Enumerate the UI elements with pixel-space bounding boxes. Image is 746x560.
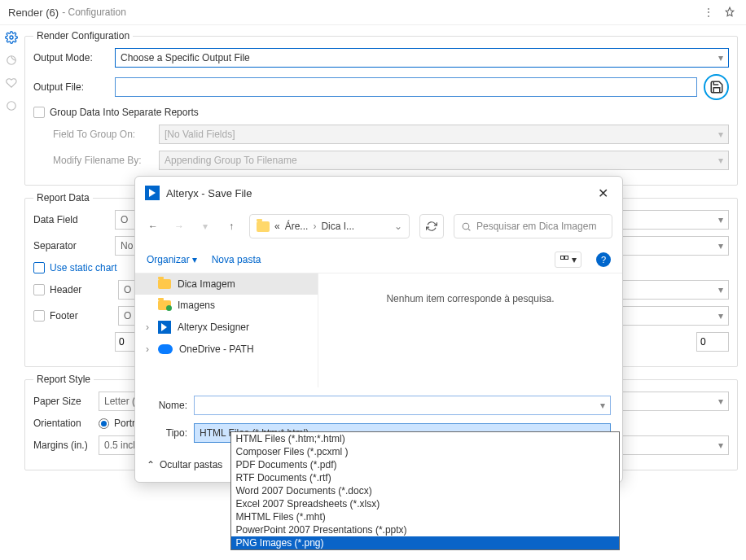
alteryx-icon [158,321,171,334]
output-file-input[interactable] [115,77,697,97]
tree-item-label: Dica Imagem [178,278,235,290]
cloud-icon [158,344,173,354]
filetype-label: Tipo: [147,427,187,439]
filetype-option[interactable]: MHTML Files (*.mht) [231,510,620,523]
report-data-legend: Report Data [33,192,93,203]
folder-icon [257,221,270,232]
close-icon[interactable]: ✕ [593,183,612,203]
footer-label: Footer [50,310,118,322]
header-checkbox[interactable] [33,284,45,295]
chevron-right-icon: › [143,322,151,333]
static-chart-checkbox[interactable] [33,262,45,273]
filetype-option[interactable]: PowerPoint 2007 Presentations (*.pptx) [231,523,620,536]
dialog-nav: ← → ▾ ↑ « Áre... › Dica I... ⌄ Pesquisar… [135,209,622,247]
alteryx-icon [145,186,160,200]
empty-message: Nenhum item corresponde à pesquisa. [386,293,554,304]
rail-icon-2[interactable] [4,53,19,68]
output-mode-select[interactable]: Choose a Specific Output File ▾ [115,48,729,68]
breadcrumb[interactable]: « Áre... › Dica I... ⌄ [249,214,410,238]
tool-subtitle: - Configuration [62,7,126,18]
pin-icon[interactable] [722,4,738,20]
organize-button[interactable]: Organizar ▾ [147,254,197,265]
filetype-option[interactable]: PDF Documents (*.pdf) [231,458,620,471]
dialog-toolbar: Organizar ▾ Nova pasta ▾ ? [135,247,622,273]
dialog-titlebar: Alteryx - Save File ✕ [135,177,622,209]
config-tab-icon[interactable] [4,30,19,45]
static-chart-label: Use static chart [50,262,117,273]
filetype-option[interactable]: Word 2007 Documents (*.docx) [231,484,620,497]
search-input[interactable]: Pesquisar em Dica Imagem [454,214,612,238]
svg-point-3 [463,223,469,230]
left-rail [0,25,23,559]
svg-rect-6 [565,256,568,260]
new-folder-button[interactable]: Nova pasta [212,254,261,265]
dialog-title: Alteryx - Save File [166,187,252,199]
folder-icon [158,279,171,289]
filetype-dropdown[interactable]: HTML Files (*.htm;*.html)Composer Files … [230,431,621,550]
tree-item-label: OneDrive - PATH [179,343,254,355]
help-icon[interactable]: ? [596,252,611,267]
orientation-label: Orientation [33,418,99,429]
chevron-down-icon[interactable]: ⌄ [394,221,402,232]
small-num-2[interactable] [696,332,729,352]
group-data-checkbox[interactable] [33,107,45,118]
filetype-option[interactable]: HTML Files (*.htm;*.html) [231,432,620,445]
folder-tree: Dica ImagemImagens›Alteryx Designer›OneD… [135,273,318,387]
orientation-portrait-radio[interactable] [99,418,109,429]
save-file-button[interactable] [704,74,729,100]
tree-item[interactable]: Imagens [135,295,318,316]
tree-item[interactable]: Dica Imagem [135,273,318,295]
nav-forward-icon: → [171,218,187,234]
margins-label: Margins (in.) [33,440,99,451]
tool-title: Render (6) [8,7,59,19]
file-list-pane: Nenhum item corresponde à pesquisa. [318,273,622,387]
modify-filename-label: Modify Filename By: [53,155,159,166]
chevron-down-icon: ▾ [718,52,723,63]
nav-recent-icon[interactable]: ▾ [197,218,213,234]
rail-icon-4[interactable] [4,98,19,113]
svg-rect-5 [561,256,564,260]
title-bar: Render (6) - Configuration ⋮ [0,0,746,25]
kebab-icon[interactable]: ⋮ [700,4,717,20]
header-label: Header [50,284,118,295]
chevron-down-icon: ▾ [600,400,605,411]
output-mode-label: Output Mode: [33,52,115,63]
hide-folders-button[interactable]: ⌃ Ocultar pastas [147,459,222,470]
folder-icon [158,300,171,310]
report-style-legend: Report Style [33,374,94,385]
search-icon [461,221,472,232]
chevron-right-icon: › [143,343,151,355]
modify-filename-select: Appending Group To Filename▾ [159,151,729,170]
render-config-group: Render Configuration Output Mode: Choose… [24,30,738,186]
filetype-option[interactable]: RTF Documents (*.rtf) [231,471,620,484]
nav-up-icon[interactable]: ↑ [223,218,239,234]
chevron-right-icon: › [313,221,316,232]
data-field-label: Data Field [33,214,115,225]
tree-item-label: Alteryx Designer [178,322,249,333]
field-group-select: [No Valid Fields]▾ [159,125,729,144]
field-group-label: Field To Group On: [53,129,159,140]
nav-back-icon[interactable]: ← [145,218,161,234]
filename-label: Nome: [147,400,187,411]
chevron-down-icon: ▾ [192,254,197,265]
filename-input[interactable]: ▾ [194,396,611,415]
svg-point-0 [10,36,13,39]
filetype-option[interactable]: PNG Images (*.png) [231,536,620,549]
rail-icon-3[interactable] [4,76,19,90]
separator-label: Separator [33,240,115,252]
filetype-option[interactable]: Composer Files (*.pcxml ) [231,445,620,458]
view-mode-button[interactable]: ▾ [555,252,581,268]
group-data-label: Group Data Into Separate Reports [50,107,199,118]
tree-item-label: Imagens [178,300,215,311]
chevron-up-icon: ⌃ [147,459,155,470]
paper-size-label: Paper Size [33,396,99,407]
tree-item[interactable]: ›OneDrive - PATH [135,339,318,360]
footer-checkbox[interactable] [33,310,45,322]
filetype-option[interactable]: Excel 2007 Spreadsheets (*.xlsx) [231,497,620,510]
chevron-down-icon: ▾ [572,254,577,265]
refresh-button[interactable] [419,214,444,238]
tree-item[interactable]: ›Alteryx Designer [135,316,318,339]
render-config-legend: Render Configuration [33,30,133,42]
svg-point-2 [7,102,16,111]
output-file-label: Output File: [33,81,115,93]
